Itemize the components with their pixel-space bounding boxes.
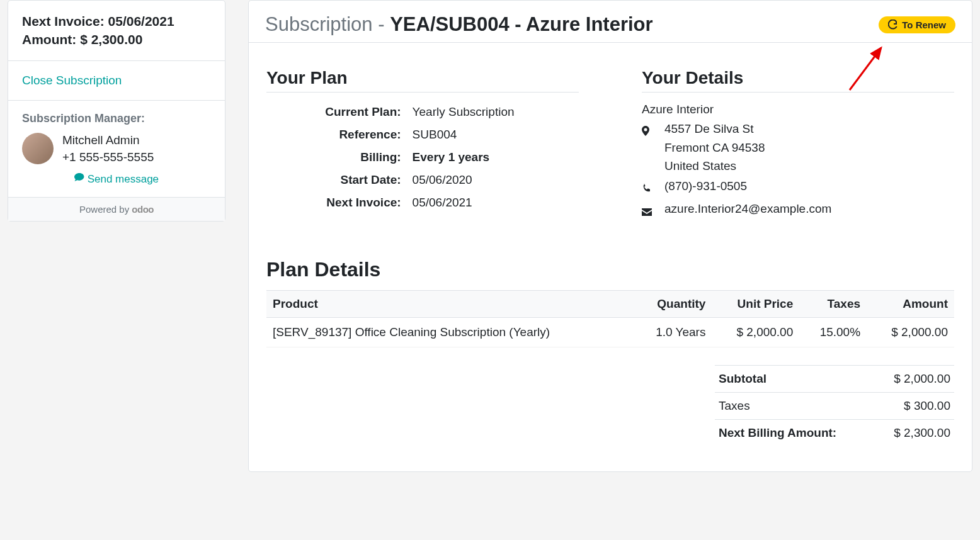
- reference-value: SUB004: [405, 124, 578, 145]
- next-invoice-label: Next Invoice:: [268, 192, 404, 213]
- amount-label: Amount: $ 2,300.00: [22, 30, 211, 48]
- avatar: [22, 133, 54, 164]
- to-renew-badge[interactable]: To Renew: [879, 16, 955, 33]
- your-details-col: Your Details Azure Interior 4557 De Silv…: [642, 68, 954, 222]
- company-name: Azure Interior: [642, 100, 954, 118]
- col-product: Product: [266, 290, 633, 317]
- send-message-label: Send message: [88, 173, 159, 185]
- taxes-label: Taxes: [719, 399, 750, 413]
- email-text: azure.Interior24@example.com: [664, 200, 831, 218]
- table-header-row: Product Quantity Unit Price Taxes Amount: [266, 290, 954, 317]
- table-row: Current Plan: Yearly Subscription: [268, 101, 578, 123]
- main-header: Subscription - YEA/SUB004 - Azure Interi…: [249, 1, 972, 43]
- plan-details-table: Product Quantity Unit Price Taxes Amount…: [266, 290, 954, 347]
- title-code: YEA/SUB004 - Azure Interior: [390, 13, 652, 35]
- start-date-label: Start Date:: [268, 169, 404, 191]
- cell-unit-price: $ 2,000.00: [712, 317, 799, 347]
- manager-phone: +1 555-555-5555: [62, 149, 154, 166]
- col-unit-price: Unit Price: [712, 290, 799, 317]
- your-plan-title: Your Plan: [266, 68, 579, 93]
- manager-section: Subscription Manager: Mitchell Admin +1 …: [8, 101, 225, 198]
- to-renew-label: To Renew: [902, 20, 946, 30]
- address-line2: Fremont CA 94538: [664, 138, 765, 157]
- plan-table: Current Plan: Yearly Subscription Refere…: [266, 100, 579, 215]
- send-message-wrap: Send message: [22, 172, 211, 186]
- col-amount: Amount: [867, 290, 954, 317]
- table-row: Reference: SUB004: [268, 124, 578, 145]
- powered-by: Powered by odoo: [8, 198, 225, 221]
- taxes-value: $ 300.00: [904, 399, 950, 413]
- address-line3: United States: [664, 157, 765, 175]
- subtotal-value: $ 2,000.00: [894, 372, 950, 386]
- manager-name: Mitchell Admin: [62, 132, 154, 149]
- title-prefix: Subscription -: [265, 13, 390, 35]
- close-subscription-link[interactable]: Close Subscription: [22, 72, 122, 89]
- cell-product: [SERV_89137] Office Cleaning Subscriptio…: [266, 317, 633, 347]
- manager-label: Subscription Manager:: [22, 112, 211, 125]
- phone-row: (870)-931-0505: [642, 177, 954, 198]
- address-text: 4557 De Silva St Fremont CA 94538 United…: [664, 120, 765, 175]
- your-details-title: Your Details: [642, 68, 954, 93]
- subtotal-label: Subtotal: [719, 372, 766, 386]
- subtotal-row: Subtotal $ 2,000.00: [715, 365, 954, 393]
- invoice-summary: Next Invoice: 05/06/2021 Amount: $ 2,300…: [8, 1, 225, 61]
- table-row: Billing: Every 1 years: [268, 147, 578, 168]
- next-invoice-value: 05/06/2021: [405, 192, 578, 213]
- next-billing-row: Next Billing Amount: $ 2,300.00: [715, 420, 954, 446]
- table-row: Next Invoice: 05/06/2021: [268, 192, 578, 213]
- two-column: Your Plan Current Plan: Yearly Subscript…: [266, 68, 954, 222]
- address-row: 4557 De Silva St Fremont CA 94538 United…: [642, 120, 954, 175]
- page-title: Subscription - YEA/SUB004 - Azure Interi…: [265, 13, 653, 36]
- address-line1: 4557 De Silva St: [664, 120, 765, 138]
- phone-text: (870)-931-0505: [664, 177, 747, 195]
- next-billing-label: Next Billing Amount:: [719, 426, 836, 440]
- chat-icon: [74, 172, 84, 183]
- brand-logo[interactable]: odoo: [132, 204, 154, 215]
- reference-label: Reference:: [268, 124, 404, 145]
- envelope-icon: [642, 200, 653, 221]
- send-message-link[interactable]: Send message: [74, 173, 159, 185]
- details-block: Azure Interior 4557 De Silva St Fremont …: [642, 100, 954, 222]
- manager-row: Mitchell Admin +1 555-555-5555: [22, 132, 211, 166]
- cell-amount: $ 2,000.00: [867, 317, 954, 347]
- sidebar: Next Invoice: 05/06/2021 Amount: $ 2,300…: [8, 0, 225, 472]
- next-invoice-label: Next Invoice: 05/06/2021: [22, 12, 211, 30]
- cell-quantity: 1.0 Years: [633, 317, 712, 347]
- powered-label: Powered by: [79, 204, 129, 215]
- map-marker-icon: [642, 120, 653, 141]
- main-panel: Subscription - YEA/SUB004 - Azure Interi…: [248, 0, 972, 472]
- taxes-row: Taxes $ 300.00: [715, 393, 954, 420]
- sidebar-card: Next Invoice: 05/06/2021 Amount: $ 2,300…: [8, 0, 225, 222]
- main-body: Your Plan Current Plan: Yearly Subscript…: [249, 43, 972, 453]
- your-plan-col: Your Plan Current Plan: Yearly Subscript…: [266, 68, 579, 222]
- next-billing-value: $ 2,300.00: [894, 426, 950, 440]
- billing-value: Every 1 years: [405, 147, 578, 168]
- totals-block: Subtotal $ 2,000.00 Taxes $ 300.00 Next …: [715, 365, 954, 446]
- close-section: Close Subscription: [8, 61, 225, 101]
- email-row: azure.Interior24@example.com: [642, 200, 954, 221]
- table-row: Start Date: 05/06/2020: [268, 169, 578, 191]
- col-quantity: Quantity: [633, 290, 712, 317]
- col-taxes: Taxes: [799, 290, 867, 317]
- current-plan-value: Yearly Subscription: [405, 101, 578, 123]
- table-row: [SERV_89137] Office Cleaning Subscriptio…: [266, 317, 954, 347]
- plan-details-section: Plan Details Product Quantity Unit Price…: [266, 258, 954, 446]
- manager-info: Mitchell Admin +1 555-555-5555: [62, 132, 154, 166]
- phone-icon: [642, 177, 653, 198]
- cell-taxes: 15.00%: [799, 317, 867, 347]
- billing-label: Billing:: [268, 147, 404, 168]
- refresh-icon: [888, 20, 898, 30]
- plan-details-title: Plan Details: [266, 258, 954, 281]
- current-plan-label: Current Plan:: [268, 101, 404, 123]
- start-date-value: 05/06/2020: [405, 169, 578, 191]
